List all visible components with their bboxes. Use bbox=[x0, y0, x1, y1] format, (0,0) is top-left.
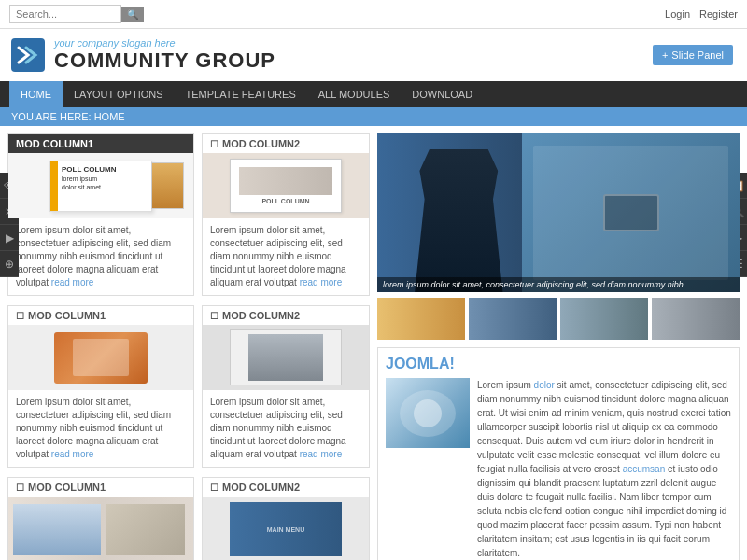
thumbnail-row bbox=[377, 298, 740, 340]
breadcrumb: YOU ARE HERE: HOME bbox=[0, 107, 747, 126]
logo-brand: COMMUNITY GROUP bbox=[54, 49, 275, 73]
joomla-section: JOOMLA! Lorem ipsum dolor sit amet, cons… bbox=[377, 347, 740, 560]
thumb-1[interactable] bbox=[377, 298, 465, 340]
mod-col2-2-readmore[interactable]: read more bbox=[300, 449, 343, 459]
search-area: 🔍 bbox=[9, 5, 144, 23]
mod-col1-3-header: MOD COLUMN1 bbox=[8, 478, 193, 497]
mod-col1-2: MOD COLUMN1 Lorem ipsum dolor sit amet, … bbox=[7, 305, 194, 468]
site-header: your company slogan here COMMUNITY GROUP… bbox=[0, 29, 747, 81]
logo-slogan: your company slogan here bbox=[54, 37, 275, 49]
mod-col1-1-header: MOD COLUMN1 bbox=[8, 134, 193, 153]
nav-layout[interactable]: LAYOUT OPTIONS bbox=[63, 81, 175, 107]
thumb-2[interactable] bbox=[469, 298, 557, 340]
mod-col1-1-text: Lorem ipsum dolor sit amet, consectetuer… bbox=[8, 218, 193, 295]
search-button[interactable]: 🔍 bbox=[121, 7, 144, 22]
mod-col2-2-text: Lorem ipsum dolor sit amet, consectetuer… bbox=[203, 390, 369, 467]
mod-col1-1: MOD COLUMN1 POLL COLUMN lorem ipsum dolo… bbox=[7, 133, 194, 296]
joomla-text: Lorem ipsum dolor sit amet, consectetuer… bbox=[477, 378, 731, 560]
mod-col1-2-readmore[interactable]: read more bbox=[51, 449, 94, 459]
thumb-4[interactable] bbox=[652, 298, 740, 340]
mod-col2-2-header: MOD COLUMN2 bbox=[203, 306, 369, 325]
nav-template[interactable]: TEMPLATE FEATURES bbox=[175, 81, 307, 107]
mod-col1-1-readmore[interactable]: read more bbox=[51, 277, 94, 287]
mod-col1-1-image: POLL COLUMN lorem ipsum dolor sit amet bbox=[8, 153, 193, 218]
accumsan-link[interactable]: accumsan bbox=[623, 464, 666, 474]
nav-download[interactable]: DOWNLOAD bbox=[401, 81, 484, 107]
mod-col1-2-header: MOD COLUMN1 bbox=[8, 306, 193, 325]
plus-icon: + bbox=[662, 49, 668, 61]
hero-caption: lorem ipsum dolor sit amet, consectetuer… bbox=[377, 277, 740, 292]
login-link[interactable]: Login bbox=[665, 8, 690, 20]
column-3: lorem ipsum dolor sit amet, consectetuer… bbox=[377, 133, 740, 560]
mod-col2-2: MOD COLUMN2 Lorem ipsum dolor sit amet, … bbox=[202, 305, 370, 468]
mod-col2-2-image bbox=[203, 325, 369, 390]
logo-area: your company slogan here COMMUNITY GROUP bbox=[9, 36, 275, 74]
mod-col2-1-readmore[interactable]: read more bbox=[300, 277, 343, 287]
mod-col2-1-header: MOD COLUMN2 bbox=[203, 134, 369, 153]
mod-col2-1-text: Lorem ipsum dolor sit amet, consectetuer… bbox=[203, 218, 369, 295]
joomla-title: JOOMLA! bbox=[386, 356, 731, 372]
main-nav: HOME LAYOUT OPTIONS TEMPLATE FEATURES AL… bbox=[0, 81, 747, 107]
slide-panel-button[interactable]: + Slide Panel bbox=[653, 45, 733, 65]
joomla-content: Lorem ipsum dolor sit amet, consectetuer… bbox=[386, 378, 731, 560]
nav-home[interactable]: HOME bbox=[9, 81, 63, 107]
mod-col2-3-image: MAIN MENU bbox=[203, 497, 369, 560]
column-2: MOD COLUMN2 POLL COLUMN Lorem ipsum dolo… bbox=[202, 133, 370, 560]
side-icon-play[interactable]: ▶ bbox=[0, 225, 19, 251]
logo-text: your company slogan here COMMUNITY GROUP bbox=[54, 37, 275, 73]
mod-col1-2-text: Lorem ipsum dolor sit amet, consectetuer… bbox=[8, 390, 193, 467]
top-bar: 🔍 Login Register bbox=[0, 0, 747, 29]
column-1: MOD COLUMN1 POLL COLUMN lorem ipsum dolo… bbox=[7, 133, 194, 560]
mod-col1-2-image bbox=[8, 325, 193, 390]
main-content: MOD COLUMN1 POLL COLUMN lorem ipsum dolo… bbox=[0, 126, 747, 560]
thumb-3[interactable] bbox=[560, 298, 648, 340]
mod-col2-3: MOD COLUMN2 MAIN MENU bbox=[202, 477, 370, 560]
mod-col1-3-image bbox=[8, 497, 193, 560]
hero-image: lorem ipsum dolor sit amet, consectetuer… bbox=[377, 133, 740, 292]
search-input[interactable] bbox=[9, 5, 121, 23]
logo-icon bbox=[9, 36, 47, 74]
mod-col2-1-image: POLL COLUMN bbox=[203, 153, 369, 218]
top-links: Login Register bbox=[665, 8, 738, 20]
register-link[interactable]: Register bbox=[699, 8, 738, 20]
side-icon-plus[interactable]: ⊕ bbox=[0, 251, 19, 277]
mod-col1-3: MOD COLUMN1 bbox=[7, 477, 194, 560]
dolor-link[interactable]: dolor bbox=[534, 380, 555, 390]
mod-col2-3-header: MOD COLUMN2 bbox=[203, 478, 369, 497]
joomla-image bbox=[386, 378, 470, 448]
nav-modules[interactable]: ALL MODULES bbox=[307, 81, 402, 107]
mod-col2-1: MOD COLUMN2 POLL COLUMN Lorem ipsum dolo… bbox=[202, 133, 370, 296]
